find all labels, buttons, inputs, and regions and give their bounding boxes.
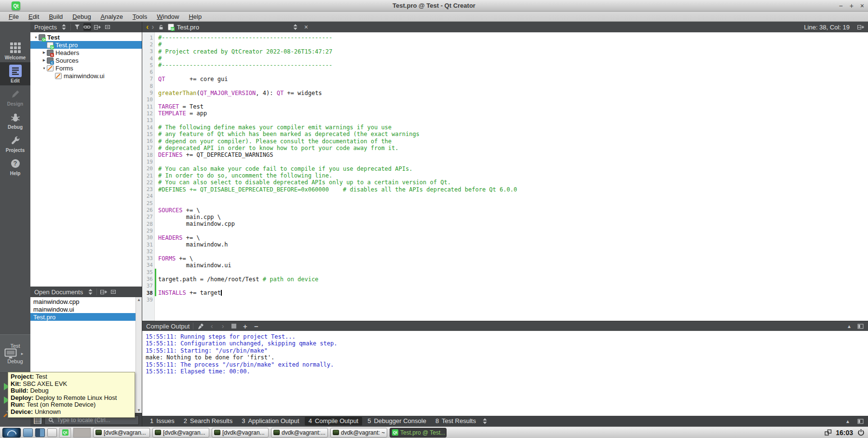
taskbar-window-terminal[interactable]: dvdk@vagrant: ~ xyxy=(330,428,387,438)
menu-debug[interactable]: Debug xyxy=(68,12,95,21)
open-document-mainwindow-ui[interactable]: mainwindow.ui xyxy=(30,305,136,313)
code-line-7[interactable]: 7QT += core gui xyxy=(142,76,868,82)
code-line-30[interactable]: 30HEADERS += \ xyxy=(142,234,868,241)
code-line-1[interactable]: 1#--------------------------------------… xyxy=(142,34,868,41)
tree-item-mainwindow-ui[interactable]: mainwindow.ui xyxy=(30,72,142,80)
menu-help[interactable]: Help xyxy=(184,12,206,21)
tree-item-sources[interactable]: ▶CSources xyxy=(30,56,142,64)
tree-item-test[interactable]: ▼QtTest xyxy=(30,33,142,41)
code-line-15[interactable]: 15# any feature of Qt which has been mar… xyxy=(142,131,868,137)
sort-icon[interactable] xyxy=(86,288,94,296)
chevron-up-icon[interactable]: ▲ xyxy=(844,417,852,425)
code-line-2[interactable]: 2# xyxy=(142,41,868,48)
split-add-icon[interactable] xyxy=(99,288,107,296)
code-line-31[interactable]: 31 mainwindow.h xyxy=(142,241,868,248)
tree-item-headers[interactable]: ▶hHeaders xyxy=(30,49,142,56)
close-button[interactable]: × xyxy=(860,2,864,9)
code-line-13[interactable]: 13 xyxy=(142,117,868,124)
mode-debug[interactable]: Debug xyxy=(0,109,30,132)
expand-arrow-icon[interactable]: ▼ xyxy=(33,36,39,39)
open-documents-title[interactable]: Open Documents xyxy=(34,288,83,296)
code-line-5[interactable]: 5#--------------------------------------… xyxy=(142,62,868,68)
code-line-8[interactable]: 8 xyxy=(142,82,868,89)
code-line-25[interactable]: 25 xyxy=(142,200,868,206)
scroll-down-icon[interactable]: ▼ xyxy=(137,408,141,412)
power-icon[interactable] xyxy=(857,429,865,437)
code-line-26[interactable]: 26SOURCES += \ xyxy=(142,206,868,213)
go-forward-icon[interactable]: › xyxy=(151,24,154,30)
menu-build[interactable]: Build xyxy=(44,12,68,21)
tree-item-test-pro[interactable]: QtTest.pro xyxy=(30,41,142,49)
split-add-icon[interactable] xyxy=(94,23,101,31)
sort-icon[interactable] xyxy=(481,417,489,425)
code-line-9[interactable]: 9greaterThan(QT_MAJOR_VERSION, 4): QT +=… xyxy=(142,89,868,96)
mode-welcome[interactable]: Welcome xyxy=(0,39,30,62)
window-list-icon[interactable] xyxy=(47,428,57,437)
code-line-22[interactable]: 22# You can also select to disable depre… xyxy=(142,179,868,186)
code-line-38[interactable]: 38INSTALLS += target xyxy=(142,289,868,296)
code-line-16[interactable]: 16# depend on your compiler). Please con… xyxy=(142,137,868,144)
code-line-33[interactable]: 33FORMS += \ xyxy=(142,255,868,262)
compile-output-log[interactable]: 15:55:11: Running steps for project Test… xyxy=(142,331,868,416)
code-line-34[interactable]: 34 mainwindow.ui xyxy=(142,262,868,269)
code-line-6[interactable]: 6 xyxy=(142,68,868,75)
sort-icon[interactable] xyxy=(60,23,68,31)
minimize-button[interactable]: − xyxy=(839,2,842,9)
menu-edit[interactable]: Edit xyxy=(24,12,44,21)
mode-edit[interactable]: Edit xyxy=(0,62,30,85)
menu-tools[interactable]: Tools xyxy=(128,12,152,21)
pane-button-application-output[interactable]: 3Application Output xyxy=(238,417,303,425)
qtcreator-launcher-icon[interactable]: Qt xyxy=(59,428,71,438)
menu-window[interactable]: Window xyxy=(152,12,184,21)
code-line-11[interactable]: 11TARGET = Test xyxy=(142,103,868,110)
open-document-test-pro[interactable]: Test.pro xyxy=(30,313,136,321)
file-manager-icon[interactable] xyxy=(23,428,33,437)
code-line-32[interactable]: 32 xyxy=(142,248,868,255)
collapse-icon[interactable] xyxy=(104,23,111,31)
collapse-icon[interactable] xyxy=(109,288,117,296)
panel-icon[interactable] xyxy=(856,322,864,330)
code-line-24[interactable]: 24 xyxy=(142,193,868,200)
taskbar-window-terminal[interactable]: dvdk@vagrant:... xyxy=(271,428,328,438)
minus-icon[interactable]: − xyxy=(252,322,260,330)
pane-button-issues[interactable]: 1Issues xyxy=(146,417,178,425)
app-launcher-icon[interactable] xyxy=(2,428,21,438)
pane-button-search-results[interactable]: 2Search Results xyxy=(180,417,236,425)
open-document-name[interactable]: Test.pro xyxy=(177,24,199,31)
kit-selector[interactable]: Test▸Debug xyxy=(0,334,30,373)
link-icon[interactable] xyxy=(83,23,91,31)
filter-icon[interactable] xyxy=(73,23,81,31)
close-document-icon[interactable]: × xyxy=(302,23,310,31)
code-editor[interactable]: 1#--------------------------------------… xyxy=(142,32,868,321)
panel-icon[interactable] xyxy=(856,417,864,425)
collapse-arrow-icon[interactable]: ▶ xyxy=(41,51,47,55)
code-line-36[interactable]: 36target.path = /home/root/Test # path o… xyxy=(142,275,868,282)
code-line-29[interactable]: 29 xyxy=(142,227,868,234)
clean-broom-icon[interactable] xyxy=(197,322,204,330)
chevron-up-icon[interactable]: ▲ xyxy=(845,322,853,330)
taskbar-window-terminal[interactable]: [dvdk@vagran... xyxy=(93,428,150,438)
pane-button-compile-output[interactable]: 4Compile Output xyxy=(305,417,363,425)
taskbar-window-terminal[interactable]: [dvdk@vagran... xyxy=(212,428,269,438)
code-line-39[interactable]: 39 xyxy=(142,296,868,303)
code-line-35[interactable]: 35 xyxy=(142,269,868,275)
taskbar-window-qtcreator[interactable]: QtTest.pro @ Test... xyxy=(390,428,447,438)
pane-button-test-results[interactable]: 8Test Results xyxy=(432,417,480,425)
code-line-18[interactable]: 18DEFINES += QT_DEPRECATED_WARNINGS xyxy=(142,151,868,158)
code-line-4[interactable]: 4# xyxy=(142,55,868,62)
code-line-23[interactable]: 23#DEFINES += QT_DISABLE_DEPRECATED_BEFO… xyxy=(142,186,868,193)
pane-button-debugger-console[interactable]: 5Debugger Console xyxy=(364,417,430,425)
plus-icon[interactable]: + xyxy=(241,322,249,330)
code-line-20[interactable]: 20# You can also make your code fail to … xyxy=(142,165,868,172)
split-editor-icon[interactable] xyxy=(856,23,864,31)
open-document-mainwindow-cpp[interactable]: mainwindow.cpp xyxy=(30,298,136,305)
code-line-14[interactable]: 14# The following define makes your comp… xyxy=(142,124,868,131)
code-line-17[interactable]: 17# deprecated API in order to know how … xyxy=(142,145,868,151)
mode-projects[interactable]: Projects xyxy=(0,132,30,155)
code-line-10[interactable]: 10 xyxy=(142,96,868,103)
code-line-37[interactable]: 37 xyxy=(142,283,868,289)
mode-help[interactable]: ?Help xyxy=(0,155,30,178)
taskbar-window-terminal[interactable]: [dvdk@vagran... xyxy=(152,428,209,438)
menu-file[interactable]: File xyxy=(4,12,24,21)
projects-panel-title[interactable]: Projects xyxy=(34,24,57,31)
